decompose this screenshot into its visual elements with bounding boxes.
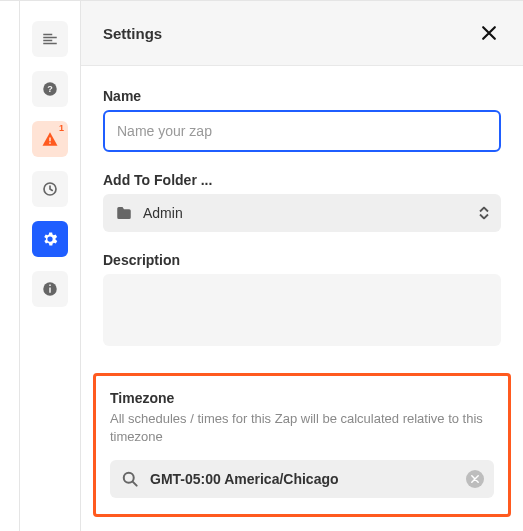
svg-rect-3 [49, 142, 51, 144]
timezone-label: Timezone [110, 390, 494, 406]
folder-icon [115, 205, 133, 221]
name-section: Name [103, 88, 501, 152]
svg-rect-6 [49, 288, 51, 293]
folder-select[interactable]: Admin [103, 194, 501, 232]
name-label: Name [103, 88, 501, 104]
chevron-updown-icon [479, 207, 489, 220]
timezone-clear-button[interactable] [466, 470, 484, 488]
timezone-value: GMT-05:00 America/Chicago [150, 471, 456, 487]
clock-icon [41, 180, 59, 198]
sidebar-item-outline[interactable] [32, 21, 68, 57]
x-icon [471, 475, 479, 483]
timezone-help: All schedules / times for this Zap will … [110, 410, 494, 446]
panel-header: Settings [81, 1, 523, 66]
alert-icon [41, 130, 59, 148]
info-icon [41, 280, 59, 298]
gear-icon [41, 230, 59, 248]
svg-text:?: ? [47, 84, 53, 94]
description-input[interactable] [103, 274, 501, 346]
left-gutter [0, 1, 20, 531]
svg-rect-7 [49, 285, 51, 287]
help-icon: ? [41, 80, 59, 98]
folder-value: Admin [143, 205, 183, 221]
panel-title: Settings [103, 25, 162, 42]
svg-rect-2 [49, 138, 51, 142]
sidebar-item-help[interactable]: ? [32, 71, 68, 107]
sidebar-item-history[interactable] [32, 171, 68, 207]
close-button[interactable] [477, 21, 501, 45]
sidebar-item-info[interactable] [32, 271, 68, 307]
timezone-callout: Timezone All schedules / times for this … [93, 373, 511, 517]
folder-label: Add To Folder ... [103, 172, 501, 188]
name-input[interactable] [103, 110, 501, 152]
description-label: Description [103, 252, 501, 268]
sidebar-item-settings[interactable] [32, 221, 68, 257]
timezone-select[interactable]: GMT-05:00 America/Chicago [110, 460, 494, 498]
alert-badge: 1 [59, 124, 64, 133]
settings-panel: Settings Name Add To Folder ... Admin [80, 1, 523, 531]
sidebar-item-alerts[interactable]: 1 [32, 121, 68, 157]
search-icon [120, 469, 140, 489]
outline-icon [41, 30, 59, 48]
description-section: Description [103, 252, 501, 350]
close-icon [479, 23, 499, 43]
folder-section: Add To Folder ... Admin [103, 172, 501, 232]
sidebar-rail: ? 1 [20, 1, 80, 531]
